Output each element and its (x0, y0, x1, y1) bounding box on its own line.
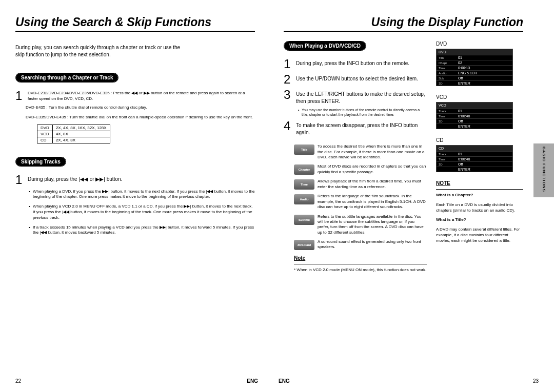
info-text: Refers to the subtitle languages availab… (318, 214, 427, 236)
info-row-time: Time Allows playback of the film from a … (294, 179, 427, 190)
info-row-audio: Audio Refers to the language of the film… (294, 194, 427, 210)
page-number-left: 22 (15, 378, 21, 384)
osd-cd: CD Track01 Time0:00:48 3DOff ENTER (436, 145, 513, 172)
step-4: 4 To make the screen disappear, press th… (284, 120, 427, 136)
speed-table: DVD2X, 4X, 8X, 16X, 32X, 128X VCD4X, 8X … (37, 125, 110, 143)
step-1-skip: 1 During play, press the |◀◀ or ▶▶| butt… (15, 174, 255, 186)
sub-bullets: You may use the number buttons of the re… (298, 108, 427, 117)
step-text: Use the LEFT/RIGHT buttons to make the d… (296, 89, 427, 105)
list-item: You may use the number buttons of the re… (298, 108, 427, 117)
info-text: A surround sound effect is generated usi… (318, 239, 427, 250)
step-text: During play, press the |◀◀ or ▶▶| button… (28, 174, 122, 186)
table-row: CD2X, 4X, 8X (37, 137, 110, 143)
step-1: 1 During play, press the INFO button on … (284, 58, 427, 70)
page-title-right: Using the Display Function (284, 15, 523, 32)
side-tab-label: BASIC FUNCTIONS (542, 147, 546, 192)
audio-icon: Audio (294, 194, 314, 204)
note-q2: What is a Title? (436, 217, 523, 223)
info-text: Allows playback of the film from a desir… (318, 179, 427, 190)
title-icon: Title (294, 145, 314, 155)
manual-spread: Using the Search & Skip Functions During… (0, 0, 554, 392)
step-text: DVD-E232/DVD-E234/DVD-E235/DVD-E335 : Pr… (28, 90, 255, 102)
page-right: Using the Display Function When Playing … (268, 0, 554, 392)
list-item: When playing a VCD 2.0 in MENU OFF mode,… (29, 204, 255, 220)
step-text: To make the screen disappear, press the … (296, 120, 427, 136)
note-q1: What is a Chapter? (436, 193, 523, 198)
skip-bullets: When playing a DVD, if you press the ▶▶|… (29, 189, 255, 236)
col-main: When Playing a DVD/VCD/CD 1 During play,… (284, 41, 427, 277)
step-subtext: DVD-E335/DVD-E435 : Turn the shuttle dia… (26, 115, 255, 120)
lang-indicator: ENG (279, 378, 290, 384)
info-text: To access the desired title when there i… (318, 144, 427, 160)
step-3: 3 Use the LEFT/RIGHT buttons to make the… (284, 89, 427, 105)
info-text: Most of DVD discs are recorded in chapte… (318, 164, 427, 175)
step-subtext: DVD-E435 : Turn the shuttle dial of remo… (26, 105, 255, 111)
side-tab: BASIC FUNCTIONS (533, 143, 554, 197)
step-number: 3 (284, 89, 293, 105)
chapter-icon: Chapter (294, 164, 314, 175)
note-a1: Each Title on a DVD is usually divided i… (436, 202, 523, 214)
step-number: 1 (284, 58, 293, 70)
step-text: During play, press the INFO button on th… (296, 58, 409, 70)
info-row-3dsound: 3DSound A surround sound effect is gener… (294, 239, 427, 250)
section-heading-skip: Skipping Tracks (15, 157, 66, 167)
note-heading: Note (294, 255, 427, 261)
step-number: 1 (15, 174, 25, 186)
page-title-left: Using the Search & Skip Functions (15, 15, 255, 32)
page-left: Using the Search & Skip Functions During… (0, 0, 268, 392)
list-item: If a track exceeds 15 minutes when playi… (29, 225, 255, 236)
osd-vcd: VCD Track01 Time0:00:48 3DOff ENTER (436, 102, 513, 129)
step-number: 2 (284, 73, 293, 86)
thumb-label-vcd: VCD (436, 94, 523, 100)
note-heading-right: NOTE (436, 180, 523, 186)
right-columns: When Playing a DVD/VCD/CD 1 During play,… (284, 41, 523, 277)
list-item: When playing a DVD, if you press the ▶▶|… (29, 189, 255, 200)
page-number-right: 23 (533, 378, 539, 384)
step-text: Use the UP/DOWN buttons to select the de… (296, 73, 418, 86)
info-row-chapter: Chapter Most of DVD discs are recorded i… (294, 164, 427, 175)
thumb-label-cd: CD (436, 137, 523, 143)
osd-dvd: DVD Title01 Chapt02 Time0:00:13 AudioENG… (436, 49, 513, 86)
section-heading-search: Searching through a Chapter or Track (15, 73, 118, 82)
subtitle-icon: Subtitle (294, 215, 314, 225)
table-row: DVD2X, 4X, 8X, 16X, 32X, 128X (37, 125, 110, 131)
divider (436, 189, 523, 190)
step-number: 4 (284, 120, 293, 136)
section-heading-playing: When Playing a DVD/VCD/CD (284, 41, 366, 51)
note-body: * When in VCD 2.0 mode (MENU ON mode), t… (294, 267, 427, 273)
3dsound-icon: 3DSound (294, 240, 314, 250)
intro-text: During play, you can search quickly thro… (15, 44, 190, 58)
divider (294, 264, 427, 264)
table-row: VCD4X, 8X (37, 131, 110, 137)
time-icon: Time (294, 179, 314, 190)
note-a2: A DVD may contain several different titl… (436, 227, 523, 243)
info-row-title: Title To access the desired title when t… (294, 144, 427, 160)
lang-indicator: ENG (247, 378, 258, 384)
info-row-subtitle: Subtitle Refers to the subtitle language… (294, 214, 427, 236)
col-thumbs: DVD DVD Title01 Chapt02 Time0:00:13 Audi… (436, 41, 523, 277)
info-text: Refers to the language of the film sound… (318, 194, 427, 210)
step-1-search: 1 DVD-E232/DVD-E234/DVD-E235/DVD-E335 : … (15, 90, 255, 102)
thumb-label-dvd: DVD (436, 41, 523, 47)
step-2: 2 Use the UP/DOWN buttons to select the … (284, 73, 427, 86)
step-number: 1 (15, 90, 25, 102)
